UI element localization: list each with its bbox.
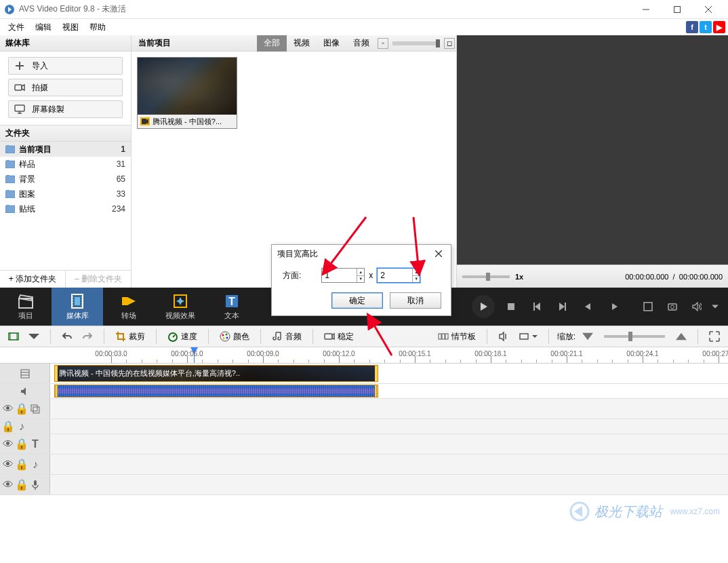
vol-balance-icon[interactable] <box>496 329 512 344</box>
tl-dropdown-icon[interactable] <box>26 329 42 344</box>
volume-icon[interactable] <box>687 297 706 316</box>
zoom-slider[interactable] <box>604 335 665 338</box>
layers-icon <box>30 404 41 414</box>
eye-icon: 👁 <box>3 439 14 450</box>
speed-button[interactable]: 速度 <box>165 329 200 344</box>
storyboard-button[interactable]: 情节板 <box>435 329 479 344</box>
menu-view[interactable]: 视图 <box>57 20 84 35</box>
svg-text:T: T <box>228 296 235 307</box>
folder-stickers[interactable]: 贴纸234 <box>0 201 131 216</box>
zoom-label: 缩放: <box>557 331 575 343</box>
folder-samples[interactable]: 样品31 <box>0 157 131 172</box>
thumb-large-icon[interactable]: ◻ <box>444 38 455 49</box>
maximize-button[interactable] <box>662 0 693 19</box>
audio-main-track-header[interactable] <box>0 384 50 398</box>
thumb-size-slider[interactable] <box>392 41 440 45</box>
next-button[interactable] <box>553 297 572 316</box>
prev-button[interactable] <box>527 297 546 316</box>
timeline-ruler[interactable]: 00:00:03.000:00:06.000:00:09.000:00:12.0… <box>0 347 728 364</box>
import-button[interactable]: 导入 <box>8 57 123 75</box>
tab-video[interactable]: 视频 <box>287 35 317 52</box>
overlay-audio-track[interactable] <box>50 419 728 433</box>
folder-icon <box>5 160 15 168</box>
mode-text[interactable]: T 文本 <box>206 288 258 326</box>
svg-rect-28 <box>21 370 29 378</box>
media-thumbnail[interactable]: 腾讯视频 - 中国领?... <box>137 57 237 129</box>
snapshot-icon[interactable] <box>663 297 682 316</box>
video-track[interactable]: 腾讯视频 - 中国领先的在线视频媒体平台,海量高清视?.. <box>50 364 728 383</box>
tab-audio[interactable]: 音频 <box>346 35 376 52</box>
voice-track-header[interactable]: 👁 🔒 <box>0 475 50 494</box>
tab-all[interactable]: 全部 <box>257 35 287 52</box>
video-clip[interactable]: 腾讯视频 - 中国领先的在线视频媒体平台,海量高清视?.. <box>54 365 378 382</box>
gauge-icon <box>167 331 178 342</box>
mode-media[interactable]: 媒体库 <box>52 288 103 326</box>
aspect-icon[interactable] <box>516 329 540 344</box>
stop-button[interactable] <box>502 297 521 316</box>
volume-dropdown-icon[interactable] <box>712 297 719 316</box>
folder-patterns[interactable]: 图案33 <box>0 187 131 201</box>
overlay-track[interactable] <box>50 399 728 419</box>
audio-clip[interactable] <box>54 385 378 397</box>
folder-current-project[interactable]: 当前项目1 <box>0 142 131 157</box>
zoom-out-icon[interactable] <box>580 329 596 344</box>
note-icon: ♪ <box>30 459 41 470</box>
speed-slider[interactable] <box>462 275 510 278</box>
overlay-track-header[interactable]: 👁 🔒 <box>0 399 50 419</box>
mode-transition[interactable]: 转场 <box>103 288 155 326</box>
color-button[interactable]: 颜色 <box>217 329 252 344</box>
fit-icon[interactable] <box>706 329 723 344</box>
svg-rect-7 <box>75 297 80 305</box>
thumb-small-icon[interactable]: ▫ <box>378 38 388 49</box>
mode-project[interactable]: 项目 <box>0 288 52 326</box>
ok-button[interactable]: 确定 <box>331 292 383 309</box>
speed-label: 1x <box>515 273 523 281</box>
video-track-header[interactable] <box>0 364 50 383</box>
menu-edit[interactable]: 编辑 <box>30 20 57 35</box>
menu-help[interactable]: 帮助 <box>84 20 111 35</box>
add-folder-button[interactable]: + 添加文件夹 <box>0 271 65 288</box>
text-track[interactable] <box>50 434 728 454</box>
delete-folder-button[interactable]: – 删除文件夹 <box>65 271 131 288</box>
minimize-button[interactable] <box>630 0 662 19</box>
audio-track-header[interactable]: 👁 🔒 ♪ <box>0 454 50 474</box>
window-title: AVS Video Editor 9.8 - 未激活 <box>19 3 126 15</box>
monitor-icon <box>14 104 25 115</box>
overlay-audio-header[interactable]: 🔒 ♪ <box>0 419 50 433</box>
redo-button[interactable] <box>79 329 96 344</box>
tab-image[interactable]: 图像 <box>317 35 346 52</box>
eye-icon: 👁 <box>3 480 14 490</box>
cancel-button[interactable]: 取消 <box>390 292 441 309</box>
svg-rect-2 <box>15 85 22 90</box>
tl-video-track-icon[interactable] <box>5 329 22 344</box>
text-track-header[interactable]: 👁 🔒 T <box>0 434 50 454</box>
mark-in-button[interactable] <box>579 297 598 316</box>
facebook-icon[interactable]: f <box>686 21 698 33</box>
screen-record-button[interactable]: 屏幕錄製 <box>8 100 123 118</box>
svg-rect-27 <box>520 334 528 339</box>
stabilize-button[interactable]: 稳定 <box>321 329 357 344</box>
annotation-arrow <box>319 214 373 279</box>
play-button[interactable] <box>472 295 495 318</box>
audio-track[interactable] <box>50 454 728 474</box>
mark-out-button[interactable] <box>605 297 624 316</box>
eye-icon: 👁 <box>3 404 14 414</box>
close-button[interactable] <box>693 0 724 19</box>
zoom-in-icon[interactable] <box>673 329 689 344</box>
crop-button[interactable]: 裁剪 <box>113 329 148 344</box>
palette-icon <box>220 331 230 342</box>
fullscreen-icon[interactable] <box>639 297 658 316</box>
twitter-icon[interactable]: t <box>700 21 712 33</box>
svg-rect-26 <box>445 334 448 339</box>
capture-button[interactable]: 拍摄 <box>8 79 123 96</box>
undo-button[interactable] <box>59 329 75 344</box>
menu-file[interactable]: 文件 <box>3 20 30 35</box>
folder-backgrounds[interactable]: 背景65 <box>0 172 131 187</box>
lock-icon: 🔒 <box>16 480 27 490</box>
audio-button[interactable]: 音频 <box>269 329 304 344</box>
youtube-icon[interactable]: ▶ <box>713 21 725 33</box>
voice-track[interactable] <box>50 475 728 494</box>
audio-main-track[interactable] <box>50 384 728 398</box>
svg-point-15 <box>671 305 674 309</box>
mode-vfx[interactable]: 视频效果 <box>155 288 206 326</box>
